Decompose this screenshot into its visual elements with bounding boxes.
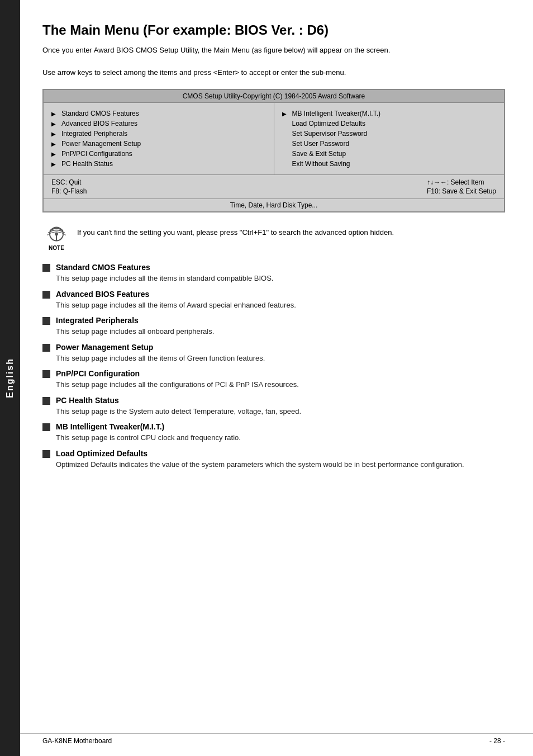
feature-bullet bbox=[42, 370, 50, 378]
bios-right-item: Load Optimized Defaults bbox=[282, 119, 497, 129]
feature-bullet bbox=[42, 423, 50, 431]
note-section: NOTE If you can't find the setting you w… bbox=[42, 224, 505, 252]
bios-left-item: ▶Integrated Peripherals bbox=[51, 129, 266, 139]
feature-title: Power Management Setup bbox=[56, 343, 505, 352]
feature-title: PC Health Status bbox=[56, 396, 505, 405]
bios-arrow-icon: ▶ bbox=[51, 121, 58, 127]
feature-item: Load Optimized Defaults Optimized Defaul… bbox=[42, 449, 505, 470]
bios-arrow-icon: ▶ bbox=[282, 111, 290, 117]
bios-right-item: Save & Exit Setup bbox=[282, 149, 497, 159]
feature-bullet bbox=[42, 264, 50, 272]
feature-desc: This setup page is control CPU clock and… bbox=[56, 432, 505, 443]
bios-footer-left-item: F8: Q-Flash bbox=[51, 187, 87, 195]
note-svg-icon bbox=[45, 224, 68, 244]
note-text: If you can't find the setting you want, … bbox=[77, 224, 394, 237]
footer-right: - 28 - bbox=[489, 737, 505, 745]
bios-footer-right: ↑↓→←: Select ItemF10: Save & Exit Setup bbox=[427, 178, 496, 195]
feature-title: Standard CMOS Features bbox=[56, 263, 505, 272]
bios-left-item: ▶Power Management Setup bbox=[51, 139, 266, 149]
feature-list: Standard CMOS Features This setup page i… bbox=[42, 263, 505, 470]
feature-desc: Optimized Defaults indicates the value o… bbox=[56, 459, 505, 470]
page-footer: GA-K8NE Motherboard - 28 - bbox=[20, 733, 533, 745]
feature-item: Power Management Setup This setup page i… bbox=[42, 343, 505, 364]
feature-desc: This setup page is the System auto detec… bbox=[56, 406, 505, 417]
feature-bullet bbox=[42, 317, 50, 325]
feature-content: Advanced BIOS Features This setup page i… bbox=[56, 290, 505, 311]
bios-arrow-icon: ▶ bbox=[51, 161, 58, 167]
page-title: The Main Menu (For example: BIOS Ver. : … bbox=[42, 22, 505, 38]
bios-screenshot: CMOS Setup Utility-Copyright (C) 1984-20… bbox=[42, 89, 505, 212]
bios-arrow-icon: ▶ bbox=[51, 111, 58, 117]
feature-item: PC Health Status This setup page is the … bbox=[42, 396, 505, 417]
feature-content: Integrated Peripherals This setup page i… bbox=[56, 316, 505, 337]
bios-arrow-icon: ▶ bbox=[51, 141, 58, 147]
bios-left-item: ▶Standard CMOS Features bbox=[51, 108, 266, 119]
feature-item: Advanced BIOS Features This setup page i… bbox=[42, 290, 505, 311]
feature-content: Standard CMOS Features This setup page i… bbox=[56, 263, 505, 284]
feature-desc: This setup page includes all the items i… bbox=[56, 273, 505, 284]
feature-content: MB Intelligent Tweaker(M.I.T.) This setu… bbox=[56, 422, 505, 443]
bios-footer-right-item: F10: Save & Exit Setup bbox=[427, 187, 496, 195]
bios-left-item: ▶Advanced BIOS Features bbox=[51, 119, 266, 129]
feature-content: PnP/PCI Configuration This setup page in… bbox=[56, 369, 505, 390]
bios-left-item: ▶PC Health Status bbox=[51, 159, 266, 169]
feature-desc: This setup page includes all the items o… bbox=[56, 353, 505, 364]
feature-bullet bbox=[42, 291, 50, 299]
bios-left-item: ▶PnP/PCI Configurations bbox=[51, 149, 266, 159]
bios-arrow-icon: ▶ bbox=[51, 151, 58, 157]
bios-footer-right-item: ↑↓→←: Select Item bbox=[427, 178, 496, 186]
intro-line2: Use arrow keys to select among the items… bbox=[42, 67, 505, 78]
feature-title: MB Intelligent Tweaker(M.I.T.) bbox=[56, 422, 505, 431]
feature-desc: This setup page includes all the items o… bbox=[56, 300, 505, 311]
feature-item: Standard CMOS Features This setup page i… bbox=[42, 263, 505, 284]
bios-header: CMOS Setup Utility-Copyright (C) 1984-20… bbox=[44, 90, 504, 103]
intro-line1: Once you enter Award BIOS CMOS Setup Uti… bbox=[42, 45, 505, 56]
note-icon: NOTE bbox=[42, 224, 70, 252]
feature-title: PnP/PCI Configuration bbox=[56, 369, 505, 378]
bios-bottom-bar: Time, Date, Hard Disk Type... bbox=[44, 199, 504, 211]
bios-right-item: Exit Without Saving bbox=[282, 159, 497, 169]
main-content: The Main Menu (For example: BIOS Ver. : … bbox=[20, 0, 533, 503]
feature-content: Load Optimized Defaults Optimized Defaul… bbox=[56, 449, 505, 470]
feature-bullet bbox=[42, 344, 50, 352]
feature-title: Advanced BIOS Features bbox=[56, 290, 505, 299]
bios-right-menu: ▶MB Intelligent Tweaker(M.I.T.)Load Opti… bbox=[274, 103, 505, 174]
feature-bullet bbox=[42, 397, 50, 405]
bios-menu-area: ▶Standard CMOS Features▶Advanced BIOS Fe… bbox=[44, 103, 504, 174]
feature-title: Integrated Peripherals bbox=[56, 316, 505, 325]
bios-footer: ESC: QuitF8: Q-Flash ↑↓→←: Select ItemF1… bbox=[44, 174, 504, 199]
bios-arrow-icon: ▶ bbox=[51, 131, 58, 137]
feature-item: Integrated Peripherals This setup page i… bbox=[42, 316, 505, 337]
bios-footer-left-item: ESC: Quit bbox=[51, 178, 87, 186]
feature-item: MB Intelligent Tweaker(M.I.T.) This setu… bbox=[42, 422, 505, 443]
note-label: NOTE bbox=[49, 245, 64, 251]
bios-right-item: ▶MB Intelligent Tweaker(M.I.T.) bbox=[282, 108, 497, 119]
bios-right-item: Set Supervisor Password bbox=[282, 129, 497, 139]
bios-footer-left: ESC: QuitF8: Q-Flash bbox=[51, 178, 87, 195]
feature-desc: This setup page includes all onboard per… bbox=[56, 326, 505, 337]
bios-left-menu: ▶Standard CMOS Features▶Advanced BIOS Fe… bbox=[44, 103, 274, 174]
sidebar-label: English bbox=[5, 358, 15, 398]
feature-title: Load Optimized Defaults bbox=[56, 449, 505, 458]
feature-content: PC Health Status This setup page is the … bbox=[56, 396, 505, 417]
feature-bullet bbox=[42, 450, 50, 458]
footer-left: GA-K8NE Motherboard bbox=[42, 737, 112, 745]
feature-desc: This setup page includes all the configu… bbox=[56, 379, 505, 390]
bios-right-item: Set User Password bbox=[282, 139, 497, 149]
feature-item: PnP/PCI Configuration This setup page in… bbox=[42, 369, 505, 390]
sidebar: English bbox=[0, 0, 20, 756]
feature-content: Power Management Setup This setup page i… bbox=[56, 343, 505, 364]
